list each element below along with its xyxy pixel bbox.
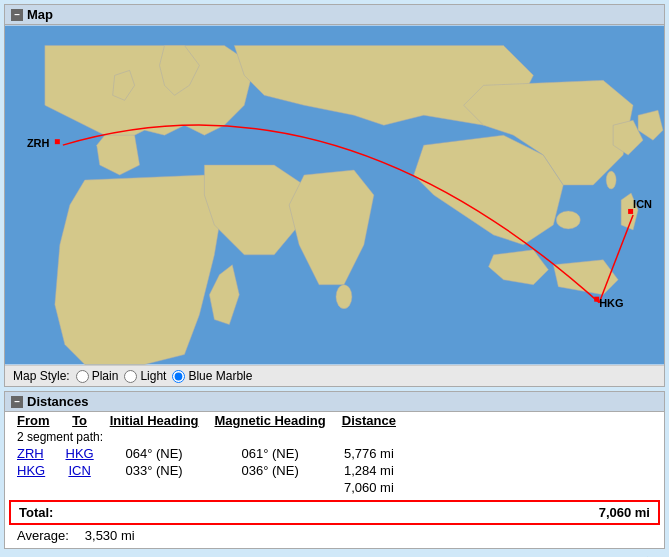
total-row: Total: 7,060 mi (10, 501, 659, 524)
table-row: HKG ICN 033° (NE) 036° (NE) 1,284 mi (9, 462, 404, 479)
total-value: 7,060 mi (289, 501, 659, 524)
style-plain-option[interactable]: Plain (76, 369, 119, 383)
col-to: To (58, 412, 102, 429)
svg-text:ZRH: ZRH (27, 137, 50, 149)
distances-header: – Distances (5, 392, 664, 412)
col-initial-heading: Initial Heading (102, 412, 207, 429)
style-plain-radio[interactable] (76, 370, 89, 383)
col-magnetic-heading: Magnetic Heading (207, 412, 334, 429)
table-header-row: From To Initial Heading Magnetic Heading… (9, 412, 404, 429)
row1-to-link[interactable]: HKG (66, 446, 94, 461)
row1-from: ZRH (9, 445, 58, 462)
subtotal-value: 7,060 mi (334, 479, 404, 496)
average-row: Average: 3,530 mi (9, 527, 143, 544)
style-bluemarble-radio[interactable] (172, 370, 185, 383)
map-canvas: ZRH HKG ICN (5, 25, 664, 365)
map-header: – Map (5, 5, 664, 25)
segment-label-row: 2 segment path: (9, 429, 404, 445)
col-from: From (9, 412, 58, 429)
footer-bar: 抱团特达人 (0, 553, 669, 557)
row2-initial-heading: 033° (NE) (102, 462, 207, 479)
svg-text:ICN: ICN (633, 198, 652, 210)
map-style-label: Map Style: (13, 369, 70, 383)
style-plain-label: Plain (92, 369, 119, 383)
svg-point-3 (606, 171, 616, 189)
average-table: Average: 3,530 mi (9, 527, 143, 544)
map-title: Map (27, 7, 53, 22)
row2-to-link[interactable]: ICN (68, 463, 90, 478)
row1-initial-heading: 064° (NE) (102, 445, 207, 462)
row2-from-link[interactable]: HKG (17, 463, 45, 478)
map-collapse-icon[interactable]: – (11, 9, 23, 21)
map-svg: ZRH HKG ICN (5, 25, 664, 365)
row2-to: ICN (58, 462, 102, 479)
style-light-label: Light (140, 369, 166, 383)
map-style-bar: Map Style: Plain Light Blue Marble (5, 365, 664, 386)
distances-table: From To Initial Heading Magnetic Heading… (9, 412, 404, 496)
row1-distance: 5,776 mi (334, 445, 404, 462)
distances-title: Distances (27, 394, 88, 409)
average-label: Average: (9, 527, 77, 544)
row2-distance: 1,284 mi (334, 462, 404, 479)
segment-label: 2 segment path: (9, 429, 404, 445)
total-label: Total: (10, 501, 289, 524)
svg-text:HKG: HKG (599, 297, 623, 309)
distances-collapse-icon[interactable]: – (11, 396, 23, 408)
total-table: Total: 7,060 mi (9, 500, 660, 525)
distances-section: – Distances From To Initial Heading Magn… (4, 391, 665, 549)
row2-magnetic-heading: 036° (NE) (207, 462, 334, 479)
style-bluemarble-option[interactable]: Blue Marble (172, 369, 252, 383)
style-light-option[interactable]: Light (124, 369, 166, 383)
svg-point-2 (556, 211, 580, 229)
svg-point-1 (336, 285, 352, 309)
style-bluemarble-label: Blue Marble (188, 369, 252, 383)
row1-to: HKG (58, 445, 102, 462)
table-row: ZRH HKG 064° (NE) 061° (NE) 5,776 mi (9, 445, 404, 462)
row1-magnetic-heading: 061° (NE) (207, 445, 334, 462)
row2-from: HKG (9, 462, 58, 479)
subtotal-row: 7,060 mi (9, 479, 404, 496)
style-light-radio[interactable] (124, 370, 137, 383)
svg-rect-4 (55, 139, 60, 144)
row1-from-link[interactable]: ZRH (17, 446, 44, 461)
map-section: – Map (4, 4, 665, 387)
col-distance: Distance (334, 412, 404, 429)
average-value: 3,530 mi (77, 527, 143, 544)
